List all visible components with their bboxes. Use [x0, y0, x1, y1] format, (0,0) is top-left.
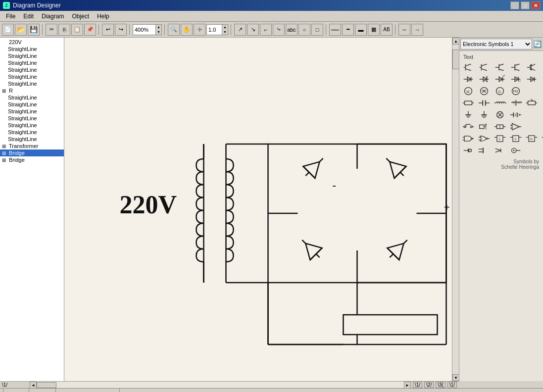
page-tab-3[interactable]: \3( — [436, 382, 445, 388]
tree-item-sl5[interactable]: StraightLine — [0, 73, 64, 80]
tree-item-bridge2[interactable]: ⊞ Bridge — [0, 156, 64, 163]
zoom-input[interactable] — [133, 26, 155, 33]
symbol-generator[interactable]: G — [493, 86, 507, 97]
dash-tool[interactable]: ─ — [398, 24, 410, 36]
tree-item-sl13[interactable]: StraightLine — [0, 136, 64, 143]
pan-button[interactable]: ✋ — [181, 24, 193, 36]
symbol-motor1[interactable]: M — [461, 86, 475, 97]
symbol-pm-motor[interactable]: PM — [509, 86, 523, 97]
symbol-nor[interactable] — [477, 133, 491, 144]
maximize-button[interactable]: □ — [521, 1, 530, 9]
symbol-relay[interactable] — [477, 121, 491, 132]
symbol-ic-21[interactable]: 21 — [525, 133, 539, 144]
tree-item-sl9[interactable]: StraightLine — [0, 108, 64, 115]
linewidth-up-button[interactable]: ▲ — [222, 25, 228, 30]
symbol-opamp[interactable] — [509, 121, 523, 132]
tree-item-bridge1[interactable]: ⊞ Bridge — [0, 149, 64, 156]
symbol-category-select[interactable]: Electronic Symbols 1 — [460, 39, 532, 49]
paste2-button[interactable]: 📌 — [84, 24, 96, 36]
close-button[interactable]: ✕ — [531, 1, 540, 9]
symbol-capacitor[interactable] — [477, 98, 491, 108]
page-tab-4[interactable]: \1/ — [447, 382, 457, 388]
symbol-nand[interactable] — [461, 133, 475, 144]
h-scroll-thumb[interactable] — [37, 382, 56, 388]
h-scroll-left-button[interactable]: ◄ — [30, 382, 37, 389]
symbol-schottky[interactable] — [509, 74, 523, 85]
tree-item-sl4[interactable]: StraightLine — [0, 66, 64, 73]
linewidth-input[interactable] — [207, 26, 222, 33]
symbol-transformer2[interactable] — [509, 98, 523, 108]
bezier-tool[interactable]: ⤷ — [273, 24, 285, 36]
symbol-jfet-p[interactable] — [509, 62, 523, 73]
symbol-diode[interactable] — [461, 74, 475, 85]
zoom-up-button[interactable]: ▲ — [155, 25, 161, 30]
linewidth-down-button[interactable]: ▼ — [222, 30, 228, 35]
corner-tab[interactable]: \1/ — [2, 382, 7, 388]
zoom-down-button[interactable]: ▼ — [155, 30, 161, 35]
symbol-variable-r[interactable] — [525, 98, 539, 108]
symbol-fuse[interactable] — [493, 121, 507, 132]
canvas-area[interactable]: 220V — [64, 38, 459, 381]
symbol-conn4[interactable] — [509, 145, 523, 156]
rect-tool[interactable]: □ — [311, 24, 323, 36]
arrow3-tool[interactable]: → — [411, 24, 423, 36]
symbol-ic-22[interactable]: 22 — [541, 133, 543, 144]
symbol-led[interactable] — [493, 74, 507, 85]
tree-item-220v[interactable]: 220V — [0, 39, 64, 46]
symbol-jfet-n[interactable] — [493, 62, 507, 73]
tree-item-r[interactable]: ⊞ R — [0, 87, 64, 94]
tree-item-sl6[interactable]: StraightLine — [0, 80, 64, 87]
save-button[interactable]: 💾 — [28, 24, 40, 36]
menu-file[interactable]: File — [2, 12, 19, 21]
open-button[interactable]: 📂 — [15, 24, 27, 36]
symbol-battery[interactable] — [509, 109, 523, 120]
tree-item-sl1[interactable]: StraightLine — [0, 46, 64, 52]
fill-tool[interactable]: ▬ — [355, 24, 367, 36]
copy-button[interactable]: ⎘ — [58, 24, 70, 36]
scroll-up-button[interactable]: ▲ — [452, 38, 459, 45]
redo-button[interactable]: ↪ — [115, 24, 127, 36]
tree-item-sl2[interactable]: StraightLine — [0, 52, 64, 59]
symbol-tunnel-diode[interactable] — [525, 74, 539, 85]
symbol-lamp[interactable] — [493, 109, 507, 120]
tree-item-sl8[interactable]: StraightLine — [0, 101, 64, 108]
symbol-ic-2[interactable]: 2 — [509, 133, 523, 144]
symbol-conn1[interactable] — [461, 145, 475, 156]
line-tool[interactable]: — — [329, 24, 341, 36]
symbol-conn3[interactable] — [493, 145, 507, 156]
zoom-fit-button[interactable]: 🔍 — [168, 24, 180, 36]
tree-item-sl10[interactable]: StraightLine — [0, 115, 64, 122]
tree-item-sl3[interactable]: StraightLine — [0, 59, 64, 66]
menu-help[interactable]: Help — [93, 12, 113, 21]
symbol-motor2[interactable] — [477, 86, 491, 97]
tree-item-sl11[interactable]: StraightLine — [0, 122, 64, 129]
tree-item-sl7[interactable]: StraightLine — [0, 94, 64, 101]
symbol-ground1[interactable] — [461, 109, 475, 120]
minimize-button[interactable]: _ — [510, 1, 519, 9]
symbol-npn[interactable] — [461, 62, 475, 73]
paste-button[interactable]: 📋 — [71, 24, 83, 36]
tree-item-transformer[interactable]: ⊞ Transformer — [0, 143, 64, 149]
select-button[interactable]: ⊹ — [194, 24, 205, 36]
symbol-mosfet[interactable] — [525, 62, 539, 73]
menu-object[interactable]: Object — [68, 12, 93, 21]
symbol-refresh-button[interactable]: 🔄 — [532, 39, 542, 49]
h-scroll-right-button[interactable]: ► — [404, 382, 411, 389]
arrow-tool[interactable]: ↗ — [234, 24, 246, 36]
text-tool[interactable]: abc — [286, 24, 297, 36]
bold-line-tool[interactable]: ━ — [342, 24, 354, 36]
symbol-zener[interactable] — [477, 74, 491, 85]
image-tool[interactable]: ▩ — [368, 24, 380, 36]
menu-diagram[interactable]: Diagram — [38, 12, 68, 21]
ellipse-tool[interactable]: ○ — [298, 24, 310, 36]
new-button[interactable]: 📄 — [2, 24, 14, 36]
symbol-inductor[interactable] — [493, 98, 507, 108]
tree-item-sl12[interactable]: StraightLine — [0, 129, 64, 136]
symbol-pnp[interactable] — [477, 62, 491, 73]
symbol-resistor[interactable] — [461, 98, 475, 108]
symbol-ic-1[interactable]: 1 — [493, 133, 507, 144]
menu-edit[interactable]: Edit — [19, 12, 38, 21]
page-tab-2[interactable]: \2/ — [424, 382, 434, 388]
cut-button[interactable]: ✂ — [46, 24, 57, 36]
symbol-switch1[interactable] — [461, 121, 475, 132]
